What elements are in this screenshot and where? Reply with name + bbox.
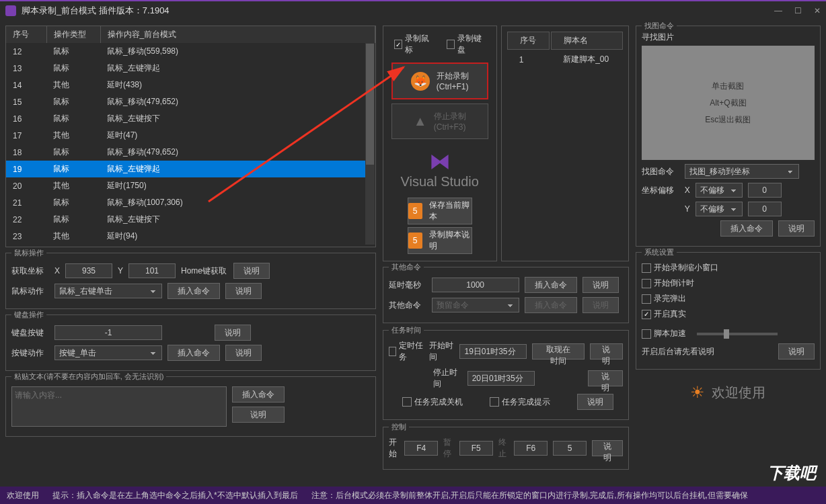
accel-slider[interactable] bbox=[697, 333, 778, 335]
delay-input[interactable] bbox=[432, 278, 519, 292]
record-keyboard-checkbox[interactable]: 录制键盘 bbox=[447, 33, 486, 56]
delay-insert-button[interactable]: 插入命令 bbox=[525, 277, 577, 293]
start-hotkey[interactable] bbox=[404, 441, 438, 456]
table-row[interactable]: 16鼠标鼠标_左键按下 bbox=[6, 110, 375, 127]
start-time-input[interactable] bbox=[459, 344, 527, 359]
key-explain2-button[interactable]: 说明 bbox=[225, 345, 262, 361]
coord-x-input[interactable] bbox=[65, 263, 112, 278]
table-scrollbar[interactable] bbox=[365, 43, 375, 245]
table-row[interactable]: 22鼠标鼠标_左键按下 bbox=[6, 211, 375, 228]
paste-insert-button[interactable]: 插入命令 bbox=[232, 386, 285, 403]
col-index[interactable]: 序号 bbox=[6, 26, 46, 43]
key-action-select[interactable]: 按键_单击 bbox=[54, 345, 162, 360]
key-insert-button[interactable]: 插入命令 bbox=[167, 345, 220, 361]
table-row[interactable]: 15鼠标鼠标_移动(479,652) bbox=[6, 93, 375, 110]
close-button[interactable]: ✕ bbox=[814, 6, 821, 15]
window-title: 脚本录制_前台模式 插件版本：7.1904 bbox=[22, 5, 774, 17]
control-panel: 控制 开始 暂停 终止 说明 bbox=[383, 427, 629, 470]
task-explain-button[interactable]: 说明 bbox=[590, 343, 623, 360]
accel-checkbox[interactable]: 脚本加速 bbox=[642, 328, 686, 339]
ctrl-explain-button[interactable]: 说明 bbox=[592, 440, 623, 456]
actions-table[interactable]: 序号 操作类型 操作内容_前台模式 12鼠标鼠标_移动(559,598)13鼠标… bbox=[5, 26, 376, 247]
countdown-checkbox[interactable]: 开始倒计时 bbox=[642, 278, 694, 289]
paste-panel: 粘贴文本(请不要在内容内加回车, 会无法识别) 插入命令 说明 bbox=[5, 376, 376, 437]
html5-icon: 5 bbox=[408, 203, 422, 219]
key-input[interactable] bbox=[54, 325, 162, 340]
other-cmd-select[interactable]: 预留命令 bbox=[432, 298, 519, 312]
stop-icon: ▲ bbox=[414, 114, 427, 129]
html5-icon: 5 bbox=[408, 233, 422, 249]
now-button[interactable]: 取现在时间 bbox=[532, 343, 584, 360]
stop-record-button[interactable]: ▲ 停止录制(Ctrl+F3) bbox=[391, 103, 488, 139]
record-panel: ✓录制鼠标 录制键盘 🦊 开始录制(Ctrl+F1) ▲ 停止录制(Ctrl+F… bbox=[383, 26, 497, 261]
table-row[interactable]: 18鼠标鼠标_移动(479,652) bbox=[6, 144, 375, 161]
table-row[interactable]: 17其他延时(47) bbox=[6, 127, 375, 144]
task-explain2-button[interactable]: 说明 bbox=[588, 370, 622, 386]
task-time-panel: 任务时间 定时任务 开始时间 取现在时间 说明 停止时间 说明 任务完成关机 bbox=[383, 330, 629, 420]
pause-hotkey[interactable] bbox=[459, 441, 493, 456]
task-explain3-button[interactable]: 说明 bbox=[577, 394, 613, 410]
app-icon bbox=[5, 5, 16, 16]
paste-explain-button[interactable]: 说明 bbox=[232, 407, 285, 423]
popup-after-checkbox[interactable]: 录完弹出 bbox=[642, 293, 686, 304]
find-cmd-select[interactable]: 找图_移动到坐标 bbox=[685, 164, 799, 179]
table-row[interactable]: 20其他延时(1750) bbox=[6, 177, 375, 194]
real-mode-checkbox[interactable]: ✓开启真实 bbox=[642, 308, 686, 320]
table-row[interactable]: 12鼠标鼠标_移动(559,598) bbox=[6, 43, 375, 60]
vs-icon: ⧓ bbox=[387, 149, 492, 174]
welcome-text: ☀ 欢迎使用 bbox=[636, 383, 821, 402]
offset-y-select[interactable]: 不偏移 bbox=[696, 202, 743, 216]
table-row[interactable]: 21鼠标鼠标_移动(1007,306) bbox=[6, 194, 375, 211]
find-image-panel: 找图命令 寻找图片 单击截图 Alt+Q截图 Esc退出截图 找图命令 找图_移… bbox=[636, 26, 821, 247]
table-row[interactable]: 23其他延时(94) bbox=[6, 228, 375, 245]
delay-explain-button[interactable]: 说明 bbox=[583, 277, 619, 293]
script-row[interactable]: 1新建脚本_00 bbox=[507, 51, 623, 68]
sun-icon: ☀ bbox=[690, 383, 705, 402]
maximize-button[interactable]: ☐ bbox=[794, 6, 802, 15]
minimize-on-record-checkbox[interactable]: 开始录制缩小窗口 bbox=[642, 262, 718, 274]
count-input[interactable] bbox=[553, 441, 587, 456]
shutdown-checkbox[interactable]: 任务完成关机 bbox=[402, 396, 463, 408]
sys-explain-button[interactable]: 说明 bbox=[778, 343, 815, 360]
system-settings-panel: 系统设置 开始录制缩小窗口 开始倒计时 录完弹出 ✓开启真实 脚本加速 开启后台… bbox=[636, 252, 821, 370]
find-insert-button[interactable]: 插入命令 bbox=[720, 220, 773, 237]
scripts-panel: 序号脚本名 1新建脚本_00 bbox=[501, 26, 629, 261]
stop-hotkey[interactable] bbox=[514, 441, 548, 456]
mouse-action-select[interactable]: 鼠标_右键单击 bbox=[54, 284, 162, 298]
paste-textarea[interactable] bbox=[11, 386, 227, 427]
other-cmd-panel: 其他命令 延时毫秒 插入命令 说明 其他命令 预留命令 插入命令 说明 bbox=[383, 267, 629, 323]
col-content[interactable]: 操作内容_前台模式 bbox=[100, 26, 375, 43]
other-explain-button: 说明 bbox=[583, 297, 619, 313]
table-row[interactable]: 14其他延时(438) bbox=[6, 77, 375, 93]
record-help-button[interactable]: 5 录制脚本说明 bbox=[408, 227, 472, 254]
coord-y-input[interactable] bbox=[128, 263, 176, 278]
table-row[interactable]: 19鼠标鼠标_左键弹起 bbox=[6, 161, 375, 177]
table-row[interactable]: 24鼠标鼠标_移动(1007,306) bbox=[6, 245, 375, 247]
offset-x-select[interactable]: 不偏移 bbox=[696, 183, 743, 198]
mouse-explain2-button[interactable]: 说明 bbox=[225, 283, 262, 299]
record-mouse-checkbox[interactable]: ✓录制鼠标 bbox=[394, 33, 433, 56]
offset-x-input[interactable] bbox=[748, 183, 782, 198]
download-logo: 下载吧 bbox=[767, 462, 816, 484]
table-row[interactable]: 13鼠标鼠标_左键弹起 bbox=[6, 60, 375, 77]
start-record-button[interactable]: 🦊 开始录制(Ctrl+F1) bbox=[391, 62, 488, 99]
stop-time-input[interactable] bbox=[467, 371, 535, 386]
key-explain-button[interactable]: 说明 bbox=[215, 325, 251, 341]
mouse-explain-button[interactable]: 说明 bbox=[233, 263, 270, 279]
keyboard-op-panel: 键盘操作 键盘按键 说明 按键动作 按键_单击 插入命令 说明 bbox=[5, 314, 376, 371]
status-bar: 欢迎使用 提示：插入命令是在左上角选中命令之后插入*不选中默认插入到最后 注意：… bbox=[0, 487, 826, 504]
mouse-op-panel: 鼠标操作 获取坐标 X Y Home键获取 说明 鼠标动作 鼠标_右键单击 插入… bbox=[5, 253, 376, 309]
firefox-icon: 🦊 bbox=[411, 72, 430, 91]
col-type[interactable]: 操作类型 bbox=[46, 26, 100, 43]
screenshot-area[interactable]: 单击截图 Alt+Q截图 Esc退出截图 bbox=[642, 46, 815, 160]
vs-logo-block: ⧓ Visual Studio bbox=[387, 143, 492, 195]
mouse-insert-button[interactable]: 插入命令 bbox=[167, 283, 220, 299]
minimize-button[interactable]: — bbox=[774, 6, 782, 15]
save-script-button[interactable]: 5 保存当前脚本 bbox=[408, 198, 472, 224]
other-insert-button: 插入命令 bbox=[525, 297, 577, 313]
find-explain-button[interactable]: 说明 bbox=[778, 220, 815, 237]
timed-task-checkbox[interactable]: 定时任务 bbox=[389, 340, 424, 363]
notify-checkbox[interactable]: 任务完成提示 bbox=[490, 396, 550, 408]
offset-y-input[interactable] bbox=[748, 202, 782, 216]
